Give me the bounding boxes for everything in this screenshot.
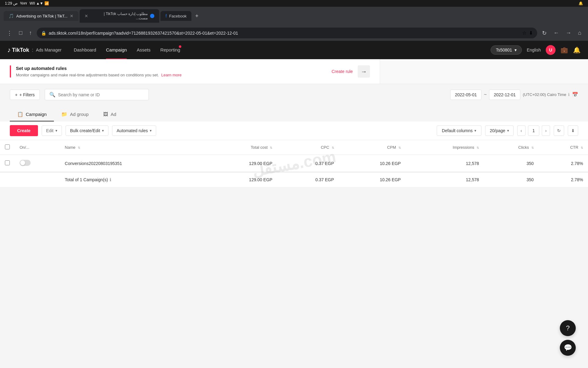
automated-rules-banner: Set up automated rules Monitor campaigns… (0, 59, 588, 84)
tab-ad[interactable]: 🖼 Ad (96, 108, 123, 121)
nav-assets[interactable]: Assets (137, 41, 150, 59)
row-checkbox[interactable] (5, 160, 10, 165)
new-tab-button[interactable]: + (193, 12, 201, 21)
create-button[interactable]: Create (10, 125, 38, 136)
clicks-sort-icon: ⇅ (531, 146, 534, 149)
row-clicks-cell: 350 (484, 155, 539, 172)
prev-page-button[interactable]: ‹ (517, 125, 526, 136)
date-start-input[interactable]: 2022-05-01 (450, 90, 481, 100)
account-selector[interactable]: Ts50801 ▾ (491, 45, 522, 55)
ads-manager-header: ♪ TikTok : Ads Manager Dashboard Campaig… (0, 41, 588, 59)
more-options-btn[interactable]: ⋮ (5, 29, 14, 38)
header-cpc[interactable]: CPC ⇅ (277, 140, 339, 155)
tab1-title: Advertising on TikTok | TikT... (16, 14, 67, 18)
browser-tab-facebook[interactable]: f Facebook (160, 11, 191, 21)
row-ctr-cell: 2.78% (539, 155, 588, 172)
create-rule-button[interactable]: Create rule (332, 69, 353, 74)
share-btn[interactable]: ↑ (27, 29, 34, 37)
refresh-button[interactable]: ↻ (554, 125, 564, 136)
export-button[interactable]: ⬇ (568, 125, 578, 136)
row-checkbox-cell[interactable] (0, 155, 15, 172)
current-page-number[interactable]: 1 (528, 125, 540, 136)
back-btn[interactable]: ← (552, 29, 561, 37)
bulk-create-edit-button[interactable]: Bulk create/Edit ▾ (66, 125, 108, 136)
tiktok-logo-icon: ♪ (7, 46, 11, 54)
tab2-title: مطلوب إدارة حساب TikTok | مست... (91, 12, 148, 20)
row-impressions-cell: 12,578 (406, 155, 484, 172)
nav-reporting[interactable]: Reporting (160, 41, 180, 59)
tab-campaign[interactable]: 📋 Campaign (10, 108, 54, 121)
status-wifi: WII ▲▼ 📶 (29, 1, 49, 6)
ctr-sort-icon: ⇅ (581, 146, 583, 149)
ad-tab-icon: 🖼 (103, 112, 108, 117)
browser-toolbar: ⋮ □ ↑ 🔒 ads.tiktok.com/i18n/perf/campaig… (0, 25, 588, 41)
edit-button[interactable]: Edit ▾ (42, 125, 62, 136)
nav-campaign[interactable]: Campaign (106, 41, 127, 59)
header-clicks[interactable]: Clicks ⇅ (484, 140, 539, 155)
tab1-icon: 🎵 (9, 13, 14, 18)
header-select-all[interactable] (0, 140, 15, 155)
tiktok-logo: ♪ TikTok : Ads Manager (7, 46, 62, 54)
learn-more-link[interactable]: Learn more (161, 73, 181, 77)
tab1-close[interactable]: ✕ (70, 13, 74, 18)
select-all-checkbox[interactable] (5, 144, 10, 149)
reload-btn[interactable]: ↻ (540, 29, 548, 38)
header-total-cost[interactable]: Total cost ⇅ (205, 140, 277, 155)
row-toggle-cell[interactable] (15, 155, 60, 172)
tab3-icon: f (165, 13, 167, 18)
header-ctr[interactable]: CTR ⇅ (539, 140, 588, 155)
user-avatar[interactable]: U (546, 45, 556, 55)
chevron-down-icon: ▾ (514, 48, 517, 52)
language-selector[interactable]: English (527, 48, 541, 52)
banner-arrow-button[interactable]: → (358, 65, 370, 78)
timezone-info-icon: ℹ (568, 92, 570, 97)
tab2-close[interactable]: ✕ (85, 13, 88, 18)
table-row: Conversions20220803195351 129.00 EGP 0.3… (0, 155, 588, 172)
name-sort-icon: ⇅ (78, 146, 80, 149)
total-info-icon[interactable]: ℹ (110, 177, 111, 182)
row-cpc-cell: 0.37 EGP (277, 155, 339, 172)
tab3-title: Facebook (169, 14, 187, 18)
help-button[interactable]: ? (560, 320, 576, 336)
tab-adgroup[interactable]: 📁 Ad group (54, 108, 96, 121)
date-separator: ~ (484, 92, 487, 98)
status-bar: 1:29 ص %٧٧ WII ▲▼ 📶 🔔 (0, 0, 588, 7)
total-ctr-cell: 2.78% (539, 172, 588, 187)
campaign-tab-icon: 📋 (17, 111, 23, 117)
per-page-button[interactable]: 20/page ▾ (485, 125, 514, 136)
default-columns-button[interactable]: Default columns ▾ (437, 125, 481, 136)
per-page-chevron-icon: ▾ (507, 128, 509, 133)
next-page-button[interactable]: › (542, 125, 550, 136)
automated-rules-button[interactable]: Automated rules ▾ (112, 125, 156, 136)
download-icon[interactable]: ⬇ (529, 30, 533, 36)
nav-dashboard[interactable]: Dashboard (74, 41, 96, 59)
browser-tab-tiktok-ads[interactable]: 🎵 Advertising on TikTok | TikT... ✕ (4, 11, 78, 21)
browser-tab-tiktok-mgmt[interactable]: مطلوب إدارة حساب TikTok | مست... ✕ (80, 9, 159, 23)
total-clicks-cell: 350 (484, 172, 539, 187)
home-btn[interactable]: ⌂ (576, 29, 583, 37)
chat-button[interactable]: 💬 (560, 340, 576, 356)
address-bar[interactable]: 🔒 ads.tiktok.com/i18n/perf/campaign?aadv… (37, 28, 537, 38)
campaign-name: Conversions20220803195351 (65, 161, 122, 166)
search-input[interactable] (58, 92, 144, 97)
briefcase-icon[interactable]: 💼 (560, 46, 568, 54)
date-end-input[interactable]: 2022-12-01 (489, 90, 520, 100)
header-impressions[interactable]: Impressions ⇅ (406, 140, 484, 155)
header-name[interactable]: Name ⇅ (60, 140, 205, 155)
bookmark-icon[interactable]: ☆ (522, 30, 526, 36)
bell-icon[interactable]: 🔔 (573, 46, 581, 54)
tab2-icon (150, 14, 154, 18)
header-cpm[interactable]: CPM ⇅ (339, 140, 406, 155)
url-text: ads.tiktok.com/i18n/perf/campaign?aadvid… (49, 31, 520, 36)
status-battery: %٧٧ (20, 1, 27, 6)
campaign-toggle[interactable] (20, 160, 31, 166)
table-toolbar-right: Default columns ▾ 20/page ▾ ‹ 1 › ↻ ⬇ (437, 125, 578, 136)
extensions-btn[interactable]: □ (17, 29, 24, 37)
timezone-info: (UTC+02:00) Cairo Time ℹ (523, 92, 570, 97)
calendar-icon[interactable]: 📅 (572, 92, 578, 98)
tab-list: 🎵 Advertising on TikTok | TikT... ✕ مطلو… (4, 9, 584, 23)
filters-button[interactable]: + + Filters (10, 90, 40, 100)
total-label-cell: Total of 1 Campaign(s) ℹ (60, 172, 205, 187)
forward-btn[interactable]: → (564, 29, 573, 37)
floating-action-buttons: ? 💬 (560, 320, 576, 356)
